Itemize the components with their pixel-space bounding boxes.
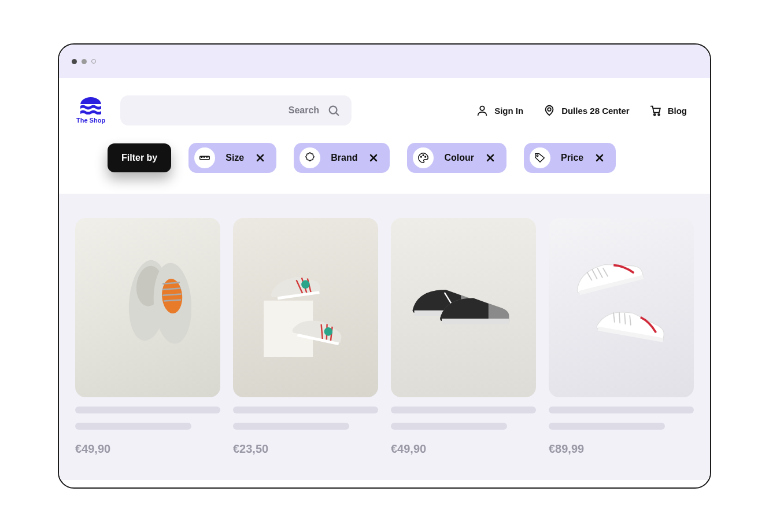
filter-pill-colour[interactable]: Colour xyxy=(407,143,506,173)
search-icon xyxy=(327,104,340,117)
ruler-icon xyxy=(194,147,215,168)
filter-bar: Filter by Size Brand Colour xyxy=(59,143,710,194)
product-grid: €49,90 xyxy=(75,218,694,456)
product-card[interactable]: €89,99 xyxy=(549,218,694,456)
product-price: €49,90 xyxy=(391,442,536,456)
skeleton-line xyxy=(233,423,349,430)
svg-point-18 xyxy=(425,156,426,157)
svg-point-2 xyxy=(480,106,484,110)
skeleton-line xyxy=(391,407,536,413)
svg-point-3 xyxy=(548,108,551,111)
palette-icon xyxy=(413,147,434,168)
filter-by-label: Filter by xyxy=(121,153,157,162)
filter-label: Brand xyxy=(331,153,357,163)
skeleton-line xyxy=(75,423,191,430)
filter-pill-price[interactable]: Price xyxy=(524,143,616,173)
window-maximize-dot[interactable] xyxy=(91,59,96,64)
blog-label: Blog xyxy=(668,106,687,116)
close-icon[interactable] xyxy=(254,153,266,162)
product-image xyxy=(233,218,378,397)
user-icon xyxy=(476,104,489,117)
location-icon xyxy=(543,104,556,117)
filter-pill-brand[interactable]: Brand xyxy=(294,143,390,173)
product-card[interactable]: €49,90 xyxy=(391,218,536,456)
filter-label: Colour xyxy=(444,153,474,163)
skeleton-line xyxy=(233,407,378,413)
skeleton-line xyxy=(549,423,665,430)
titlebar xyxy=(59,45,710,78)
sign-in-label: Sign In xyxy=(494,106,523,116)
svg-point-21 xyxy=(537,155,538,157)
tag-icon xyxy=(530,147,550,168)
logo-mark-icon xyxy=(80,97,101,114)
window-minimize-dot[interactable] xyxy=(82,59,87,64)
close-icon[interactable] xyxy=(485,153,496,162)
svg-point-17 xyxy=(423,155,424,156)
filter-by-button[interactable]: Filter by xyxy=(108,143,171,172)
product-image xyxy=(549,218,694,397)
header-links: Sign In Dulles 28 Center Blog xyxy=(476,104,687,117)
svg-point-16 xyxy=(421,156,422,157)
sign-in-link[interactable]: Sign In xyxy=(476,104,523,117)
badge-icon xyxy=(300,147,320,168)
close-icon[interactable] xyxy=(368,153,379,162)
logo-text: The Shop xyxy=(76,117,105,124)
filter-label: Size xyxy=(225,153,244,163)
logo[interactable]: The Shop xyxy=(76,97,105,124)
svg-rect-32 xyxy=(442,319,509,324)
product-image xyxy=(75,218,220,397)
blog-link[interactable]: Blog xyxy=(649,104,687,117)
filter-pill-size[interactable]: Size xyxy=(188,143,276,173)
skeleton-line xyxy=(75,407,220,413)
search-input[interactable]: Search xyxy=(120,95,352,125)
location-link[interactable]: Dulles 28 Center xyxy=(543,104,630,117)
product-card[interactable]: €49,90 xyxy=(75,218,220,456)
window-close-dot[interactable] xyxy=(72,59,77,64)
close-icon[interactable] xyxy=(594,153,605,162)
product-image xyxy=(391,218,536,397)
skeleton-line xyxy=(391,423,507,430)
filter-label: Price xyxy=(561,153,583,163)
product-grid-section: €49,90 xyxy=(59,194,710,480)
header: The Shop Search Sign In Dulles 28 Center xyxy=(59,78,710,143)
location-label: Dulles 28 Center xyxy=(561,106,630,116)
search-placeholder: Search xyxy=(289,105,319,116)
svg-line-1 xyxy=(336,113,338,115)
product-price: €23,50 xyxy=(233,442,378,456)
skeleton-line xyxy=(549,407,694,413)
svg-point-4 xyxy=(653,114,655,116)
product-price: €49,90 xyxy=(75,442,220,456)
cart-icon xyxy=(649,104,662,117)
svg-point-5 xyxy=(658,114,660,116)
product-card[interactable]: €23,50 xyxy=(233,218,378,456)
product-price: €89,99 xyxy=(549,442,694,456)
browser-window: The Shop Search Sign In Dulles 28 Center xyxy=(58,43,711,489)
